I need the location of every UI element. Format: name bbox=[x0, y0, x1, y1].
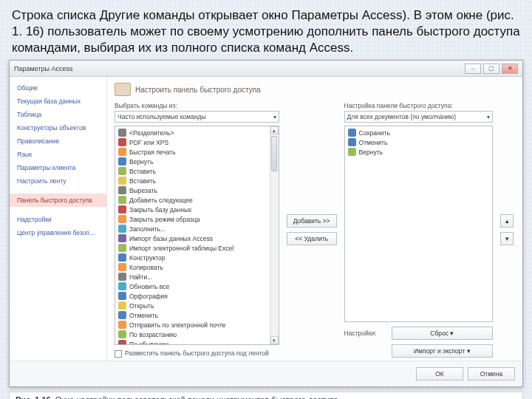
list-item[interactable]: Вырезать bbox=[115, 185, 279, 195]
list-item-label: Вставить bbox=[129, 177, 156, 185]
sidebar-item[interactable]: Таблица bbox=[10, 108, 106, 121]
close-button[interactable]: ✕ bbox=[502, 64, 518, 74]
list-item-label: Найти... bbox=[129, 273, 152, 281]
command-icon bbox=[118, 244, 126, 252]
command-icon bbox=[118, 292, 126, 300]
sidebar-item[interactable]: Настроить ленту bbox=[10, 174, 106, 188]
customize-qat-dropdown[interactable]: Для всех документов (по умолчанию) ▾ bbox=[344, 111, 493, 123]
list-item[interactable]: Вернуть bbox=[115, 157, 279, 166]
list-item-label: Отправить по электронной почте bbox=[129, 321, 226, 329]
list-item-label: Закрыть режим образца bbox=[129, 216, 200, 223]
remove-button[interactable]: << Удалить bbox=[287, 232, 337, 245]
list-item[interactable]: Импорт электронной таблицы Excel bbox=[115, 243, 279, 253]
command-icon bbox=[118, 196, 126, 204]
minimize-button[interactable]: – bbox=[465, 64, 481, 74]
command-icon bbox=[118, 311, 126, 319]
list-item-label: Импорт базы данных Access bbox=[129, 235, 213, 242]
list-item[interactable]: Закрыть режим образца bbox=[115, 214, 279, 224]
show-below-ribbon-label: Разместить панель быстрого доступа под л… bbox=[125, 349, 269, 357]
list-item[interactable]: Сохранить bbox=[345, 128, 492, 137]
list-item[interactable]: Заполнить... bbox=[115, 224, 279, 233]
list-item[interactable]: Вставить bbox=[115, 166, 279, 176]
list-item[interactable]: По возрастанию bbox=[115, 330, 279, 339]
move-up-button[interactable]: ▴ bbox=[500, 214, 514, 228]
sidebar-item[interactable]: Надстройки bbox=[10, 213, 106, 226]
list-item-label: Быстрая печать bbox=[129, 149, 176, 156]
command-icon bbox=[118, 340, 126, 345]
list-item[interactable]: Вставить bbox=[115, 176, 279, 185]
scroll-down-icon[interactable]: ▾ bbox=[270, 336, 279, 344]
list-item[interactable]: Открыть bbox=[115, 301, 279, 310]
list-item[interactable]: Копировать bbox=[115, 262, 279, 272]
list-item[interactable]: Закрыть базу данных bbox=[115, 205, 279, 214]
list-item-label: Отменить bbox=[129, 312, 158, 319]
list-item[interactable]: Быстрая печать bbox=[115, 147, 279, 157]
list-item[interactable]: PDF или XPS bbox=[115, 137, 279, 147]
maximize-button[interactable]: ▢ bbox=[483, 64, 499, 74]
section-header: Настроить панель быстрого доступа bbox=[115, 83, 515, 96]
list-item[interactable]: Импорт базы данных Access bbox=[115, 233, 279, 243]
sidebar-item[interactable]: Язык bbox=[10, 148, 106, 161]
list-item-label: Вернуть bbox=[359, 149, 383, 156]
list-item[interactable]: Отменить bbox=[345, 137, 492, 147]
slide-paragraph: Строка списка Другие команды открывает о… bbox=[0, 0, 532, 60]
sidebar-item[interactable]: Центр управления безопасностью bbox=[10, 226, 106, 239]
cancel-button[interactable]: Отмена bbox=[468, 367, 515, 381]
show-below-ribbon-checkbox[interactable] bbox=[115, 350, 122, 358]
sidebar-item[interactable]: Общие bbox=[10, 81, 106, 95]
command-icon bbox=[118, 225, 126, 233]
add-button[interactable]: Добавить >> bbox=[287, 214, 337, 228]
sidebar-item[interactable]: Правописание bbox=[10, 134, 106, 148]
scroll-up-icon[interactable]: ▴ bbox=[270, 126, 279, 134]
choose-commands-dropdown[interactable]: Часто используемые команды ▾ bbox=[115, 111, 279, 123]
command-icon bbox=[118, 167, 126, 175]
sidebar-item[interactable]: Параметры клиента bbox=[10, 161, 106, 174]
reset-button[interactable]: Сброс ▾ bbox=[392, 327, 493, 340]
list-item-label: По убыванию bbox=[129, 341, 169, 346]
access-options-window: Параметры Access – ▢ ✕ ОбщиеТекущая база… bbox=[9, 60, 523, 387]
list-item[interactable]: Отменить bbox=[115, 310, 279, 320]
section-title-text: Настроить панель быстрого доступа bbox=[135, 86, 261, 94]
list-item-label: По возрастанию bbox=[129, 331, 177, 338]
command-icon bbox=[118, 186, 126, 194]
move-down-button[interactable]: ▾ bbox=[500, 232, 514, 245]
category-sidebar: ОбщиеТекущая база данныхТаблицаКонструкт… bbox=[10, 77, 107, 361]
import-export-button[interactable]: Импорт и экспорт ▾ bbox=[392, 344, 493, 358]
sidebar-item[interactable]: Конструкторы объектов bbox=[10, 121, 106, 134]
chevron-down-icon: ▾ bbox=[273, 114, 276, 120]
command-icon bbox=[348, 138, 356, 146]
command-icon bbox=[118, 129, 126, 137]
available-commands-list[interactable]: <Разделитель>PDF или XPSБыстрая печатьВе… bbox=[115, 126, 279, 345]
sidebar-item[interactable]: Панель быстрого доступа bbox=[10, 194, 106, 207]
command-icon bbox=[348, 129, 356, 137]
list-item[interactable]: Отправить по электронной почте bbox=[115, 320, 279, 330]
list-item-label: Открыть bbox=[129, 302, 154, 310]
scrollbar[interactable]: ▴ ▾ bbox=[270, 126, 279, 344]
command-icon bbox=[348, 148, 356, 156]
titlebar[interactable]: Параметры Access – ▢ ✕ bbox=[10, 61, 522, 77]
list-item[interactable]: <Разделитель> bbox=[115, 128, 279, 137]
command-icon bbox=[118, 215, 126, 223]
list-item[interactable]: Найти... bbox=[115, 272, 279, 282]
figure-caption: Рис. 1.16. Окно настройки пользовательск… bbox=[9, 392, 523, 399]
window-title: Параметры Access bbox=[14, 65, 72, 72]
current-qat-list[interactable]: СохранитьОтменитьВернуть bbox=[344, 126, 493, 322]
sidebar-item[interactable]: Текущая база данных bbox=[10, 95, 106, 108]
list-item[interactable]: По убыванию bbox=[115, 339, 279, 345]
list-item[interactable]: Орфография bbox=[115, 291, 279, 301]
list-item[interactable]: Конструктор bbox=[115, 253, 279, 262]
reset-label: Настройки: bbox=[344, 330, 387, 337]
command-icon bbox=[118, 205, 126, 214]
command-icon bbox=[118, 148, 126, 156]
list-item-label: Конструктор bbox=[129, 254, 165, 262]
list-item-label: Вырезать bbox=[129, 187, 157, 194]
list-item[interactable]: Обновить все bbox=[115, 282, 279, 291]
list-item-label: Сохранить bbox=[359, 129, 390, 137]
choose-commands-value: Часто используемые команды bbox=[117, 113, 206, 120]
scroll-thumb[interactable] bbox=[271, 136, 277, 171]
list-item[interactable]: Вернуть bbox=[345, 147, 492, 157]
ok-button[interactable]: ОК bbox=[416, 367, 463, 381]
list-item[interactable]: Добавить следующее bbox=[115, 195, 279, 205]
list-item-label: <Разделитель> bbox=[129, 129, 174, 137]
list-item-label: Обновить все bbox=[129, 283, 169, 290]
